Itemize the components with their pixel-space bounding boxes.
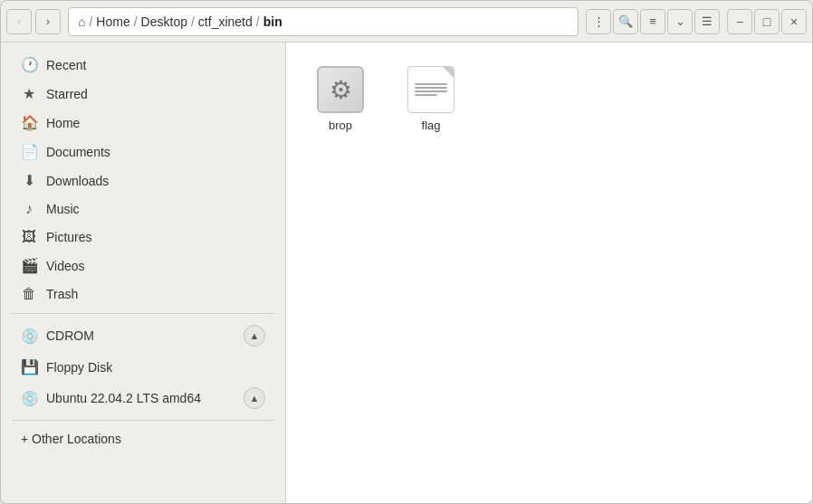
maximize-button[interactable]: □ [754, 9, 780, 34]
back-button[interactable]: ‹ [6, 9, 32, 34]
breadcrumb-current: bin [263, 14, 282, 29]
breadcrumb-sep-2: / [134, 14, 138, 29]
file-area: ⚙ brop flag [286, 43, 812, 503]
sidebar-item-documents[interactable]: 📄 Documents [6, 138, 280, 166]
breadcrumb-part-ctf[interactable]: ctf_xinetd [198, 14, 253, 29]
file-manager-window: ‹ › ⌂ / Home / Desktop / ctf_xinetd / bi… [0, 0, 813, 504]
breadcrumb-part-desktop[interactable]: Desktop [141, 14, 187, 29]
sidebar-item-label: CDROM [46, 328, 234, 343]
floppy-icon: 💾 [21, 358, 37, 376]
sidebar-item-label: Ubuntu 22.04.2 LTS amd64 [46, 391, 234, 405]
main-content: 🕐 Recent ★ Starred 🏠 Home 📄 Documents ⬇ … [1, 43, 812, 503]
sidebar-item-ubuntu[interactable]: 💿 Ubuntu 22.04.2 LTS amd64 ▲ [6, 382, 280, 414]
text-line-4 [415, 94, 437, 96]
sidebar-item-label: Documents [46, 145, 265, 159]
ubuntu-icon: 💿 [21, 390, 37, 407]
maximize-icon: □ [763, 14, 770, 29]
sidebar-item-music[interactable]: ♪ Music [6, 195, 280, 223]
sidebar-item-trash[interactable]: 🗑 Trash [6, 281, 280, 308]
sidebar-item-label: Recent [46, 58, 265, 72]
grid-view-button[interactable]: ☰ [694, 9, 720, 34]
downloads-icon: ⬇ [21, 172, 37, 189]
close-button[interactable]: × [781, 9, 807, 34]
breadcrumb-sep-1: / [89, 14, 92, 29]
sidebar-item-label: Pictures [46, 230, 265, 244]
sidebar: 🕐 Recent ★ Starred 🏠 Home 📄 Documents ⬇ … [1, 43, 286, 503]
sidebar-item-label: Music [46, 202, 265, 216]
menu-button[interactable]: ⋮ [586, 9, 611, 34]
forward-icon: › [46, 14, 50, 28]
breadcrumb-sep-3: / [191, 14, 195, 29]
trash-icon: 🗑 [21, 286, 37, 302]
sidebar-item-other-locations[interactable]: + Other Locations [6, 426, 280, 452]
starred-icon: ★ [21, 85, 37, 102]
sidebar-item-videos[interactable]: 🎬 Videos [6, 252, 280, 280]
sidebar-item-label: Home [46, 116, 265, 130]
sidebar-item-home[interactable]: 🏠 Home [6, 109, 280, 137]
text-file-icon [407, 66, 454, 113]
documents-icon: 📄 [21, 143, 37, 160]
sidebar-item-label: Trash [46, 287, 265, 301]
text-line-2 [415, 87, 447, 89]
home-nav-icon: 🏠 [21, 114, 37, 131]
view-options-button[interactable]: ⌄ [667, 9, 693, 34]
minimize-button[interactable]: − [727, 9, 752, 34]
sidebar-item-pictures[interactable]: 🖼 Pictures [6, 223, 280, 251]
text-line-1 [415, 83, 447, 85]
breadcrumb-part-home[interactable]: Home [96, 14, 129, 29]
file-name-flag: flag [422, 119, 441, 132]
sidebar-divider-2 [12, 420, 274, 421]
home-icon: ⌂ [78, 14, 85, 29]
sidebar-item-label: Starred [46, 87, 265, 101]
back-icon: ‹ [17, 14, 21, 28]
text-line-3 [415, 90, 447, 92]
view-options-icon: ⌄ [675, 14, 685, 28]
gear-icon: ⚙ [330, 75, 352, 105]
sidebar-item-downloads[interactable]: ⬇ Downloads [6, 166, 280, 195]
exec-file-icon: ⚙ [317, 66, 364, 113]
file-name-brop: brop [329, 119, 352, 132]
search-button[interactable]: 🔍 [613, 9, 638, 34]
pictures-icon: 🖼 [21, 229, 37, 245]
ubuntu-eject-button[interactable]: ▲ [244, 387, 265, 409]
minimize-icon: − [736, 14, 743, 29]
sidebar-divider [12, 313, 274, 314]
sidebar-item-label: Floppy Disk [46, 360, 265, 375]
close-icon: × [790, 14, 798, 29]
titlebar-actions: ⋮ 🔍 ≡ ⌄ ☰ [586, 9, 720, 34]
recent-icon: 🕐 [21, 56, 37, 73]
file-item-brop[interactable]: ⚙ brop [304, 61, 377, 138]
breadcrumb-sep-4: / [256, 14, 260, 29]
search-icon: 🔍 [618, 14, 633, 28]
forward-button[interactable]: › [35, 9, 61, 34]
cdrom-icon: 💿 [21, 328, 37, 345]
music-icon: ♪ [21, 201, 37, 217]
cdrom-eject-button[interactable]: ▲ [244, 325, 265, 347]
sidebar-other-locations-label: + Other Locations [21, 432, 265, 446]
grid-view-icon: ☰ [702, 14, 713, 28]
sidebar-item-floppy[interactable]: 💾 Floppy Disk [6, 353, 280, 381]
sidebar-item-label: Downloads [46, 174, 265, 188]
window-controls: − □ × [727, 9, 807, 34]
sidebar-item-cdrom[interactable]: 💿 CDROM ▲ [6, 319, 280, 352]
file-text-lines [415, 81, 447, 98]
sidebar-item-label: Videos [46, 259, 265, 273]
list-view-icon: ≡ [649, 14, 656, 28]
videos-icon: 🎬 [21, 257, 37, 274]
file-item-flag[interactable]: flag [395, 61, 467, 138]
menu-icon: ⋮ [593, 14, 605, 28]
list-view-button[interactable]: ≡ [640, 9, 665, 34]
sidebar-item-starred[interactable]: ★ Starred [6, 80, 280, 108]
titlebar: ‹ › ⌂ / Home / Desktop / ctf_xinetd / bi… [1, 1, 812, 43]
sidebar-item-recent[interactable]: 🕐 Recent [6, 51, 280, 79]
breadcrumb[interactable]: ⌂ / Home / Desktop / ctf_xinetd / bin [68, 7, 579, 36]
